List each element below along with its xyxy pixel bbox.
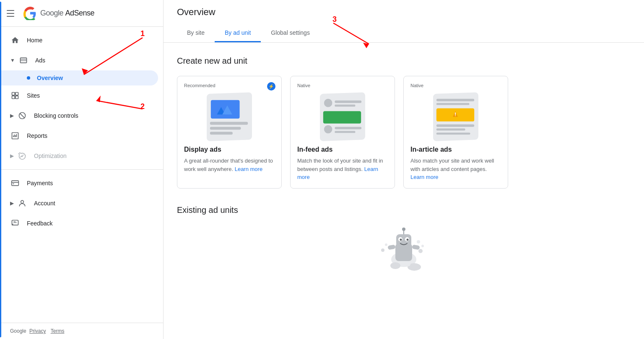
mascot-illustration xyxy=(370,213,437,272)
in-article-title: In-article ads xyxy=(410,146,501,153)
account-icon xyxy=(17,198,27,208)
sidebar-item-overview[interactable]: Overview xyxy=(0,70,158,85)
overview-dot-icon xyxy=(27,76,30,80)
svg-rect-34 xyxy=(455,115,456,116)
svg-point-53 xyxy=(421,245,424,247)
sites-icon xyxy=(10,91,20,101)
svg-rect-29 xyxy=(436,99,474,101)
svg-rect-37 xyxy=(436,132,470,135)
display-ads-illustration xyxy=(184,91,275,146)
svg-point-39 xyxy=(390,262,400,269)
optimization-expand-icon: ▶ xyxy=(10,153,14,159)
sidebar-item-ads[interactable]: ▼ Ads xyxy=(0,50,158,70)
svg-rect-5 xyxy=(16,96,18,99)
svg-point-25 xyxy=(324,125,332,134)
sidebar-header: Google AdSense xyxy=(0,0,163,27)
create-section: Create new ad unit Recommended xyxy=(177,56,631,189)
svg-point-54 xyxy=(418,249,423,253)
display-ads-title: Display ads xyxy=(184,146,275,153)
in-feed-ads-illustration xyxy=(297,91,388,146)
sidebar-item-optimization-label: Optimization xyxy=(34,153,67,159)
feedback-icon xyxy=(10,218,20,228)
footer-privacy-link[interactable]: Privacy xyxy=(29,328,46,334)
tab-by-ad-unit[interactable]: By ad unit xyxy=(215,24,261,42)
create-section-title: Create new ad unit xyxy=(177,56,631,66)
home-icon xyxy=(10,35,20,45)
sidebar-item-blocking-label: Blocking controls xyxy=(34,112,78,119)
sidebar-item-home-label: Home xyxy=(27,37,42,44)
svg-rect-24 xyxy=(323,111,361,123)
sidebar-item-overview-label: Overview xyxy=(37,75,63,81)
sidebar: Google AdSense Home ▼ xyxy=(0,0,164,339)
footer-terms-link[interactable]: Terms xyxy=(51,328,65,334)
svg-point-51 xyxy=(402,228,405,231)
hamburger-menu[interactable] xyxy=(7,8,17,18)
sidebar-footer: Google Privacy Terms xyxy=(0,323,163,339)
nav-divider xyxy=(0,169,163,170)
display-ads-card[interactable]: Recommended xyxy=(177,76,282,189)
sidebar-item-optimization: ▶ Optimization xyxy=(0,146,158,166)
svg-rect-33 xyxy=(455,112,456,115)
svg-point-21 xyxy=(324,99,332,107)
nav-section: Home ▼ Ads Overview xyxy=(0,27,163,323)
app-name: Google AdSense xyxy=(40,9,94,18)
optimization-icon xyxy=(17,151,27,161)
google-logo-icon xyxy=(23,7,37,20)
sidebar-item-sites[interactable]: Sites xyxy=(0,85,158,106)
logo: Google AdSense xyxy=(23,7,94,20)
in-article-learn-more[interactable]: Learn more xyxy=(410,174,438,180)
footer-google: Google xyxy=(10,328,26,334)
svg-rect-10 xyxy=(13,184,14,184)
sidebar-item-feedback-label: Feedback xyxy=(27,220,52,227)
display-ads-learn-more[interactable]: Learn more xyxy=(235,166,262,172)
svg-point-46 xyxy=(400,238,402,241)
in-article-badge: Native xyxy=(410,83,501,88)
svg-line-7 xyxy=(20,113,25,118)
in-feed-title: In-feed ads xyxy=(297,146,388,153)
sidebar-item-reports[interactable]: Reports xyxy=(0,126,158,146)
display-ads-badge: Recommended xyxy=(184,83,275,88)
ads-expand-icon: ▼ xyxy=(10,57,15,63)
sidebar-item-payments[interactable]: Payments xyxy=(0,173,158,193)
lightning-icon xyxy=(267,82,275,91)
sidebar-item-blocking[interactable]: ▶ Blocking controls xyxy=(0,106,158,126)
tab-by-site[interactable]: By site xyxy=(177,24,215,42)
in-feed-desc: Match the look of your site and fit in b… xyxy=(297,157,388,181)
svg-point-41 xyxy=(404,262,410,267)
svg-rect-9 xyxy=(12,181,19,186)
in-article-desc: Also match your site and work well with … xyxy=(410,157,501,181)
tabs-container: By site By ad unit Global settings xyxy=(177,24,631,42)
svg-rect-17 xyxy=(210,122,248,125)
page-title: Overview xyxy=(177,7,631,18)
svg-rect-30 xyxy=(436,103,470,105)
in-article-ads-card[interactable]: Native xyxy=(403,76,508,189)
svg-rect-4 xyxy=(12,96,15,99)
svg-rect-1 xyxy=(20,58,26,63)
svg-rect-23 xyxy=(335,105,355,107)
main-content-area: Create new ad unit Recommended xyxy=(164,43,644,339)
in-feed-ads-card[interactable]: Native xyxy=(290,76,395,189)
ads-icon xyxy=(18,55,29,65)
in-article-ads-illustration xyxy=(410,91,501,146)
svg-point-52 xyxy=(417,240,420,243)
ad-cards-container: Recommended xyxy=(177,76,631,189)
sidebar-item-reports-label: Reports xyxy=(27,132,47,139)
sidebar-item-account[interactable]: ▶ Account xyxy=(0,193,158,213)
payments-icon xyxy=(10,178,20,188)
svg-rect-49 xyxy=(412,244,420,250)
existing-section: Existing ad units xyxy=(177,205,631,272)
blocking-expand-icon: ▶ xyxy=(10,113,14,119)
svg-point-11 xyxy=(21,200,24,203)
svg-rect-48 xyxy=(387,244,395,250)
main-content: Overview By site By ad unit Global setti… xyxy=(164,0,644,339)
svg-point-55 xyxy=(385,243,387,246)
sidebar-item-account-label: Account xyxy=(34,200,55,207)
svg-rect-3 xyxy=(16,93,18,96)
in-feed-badge: Native xyxy=(297,83,388,88)
sidebar-item-feedback[interactable]: Feedback xyxy=(0,213,158,233)
blocking-icon xyxy=(17,111,27,121)
svg-point-56 xyxy=(381,248,384,252)
sidebar-item-home[interactable]: Home xyxy=(0,30,158,50)
svg-rect-27 xyxy=(335,131,355,133)
tab-global-settings[interactable]: Global settings xyxy=(261,24,320,42)
